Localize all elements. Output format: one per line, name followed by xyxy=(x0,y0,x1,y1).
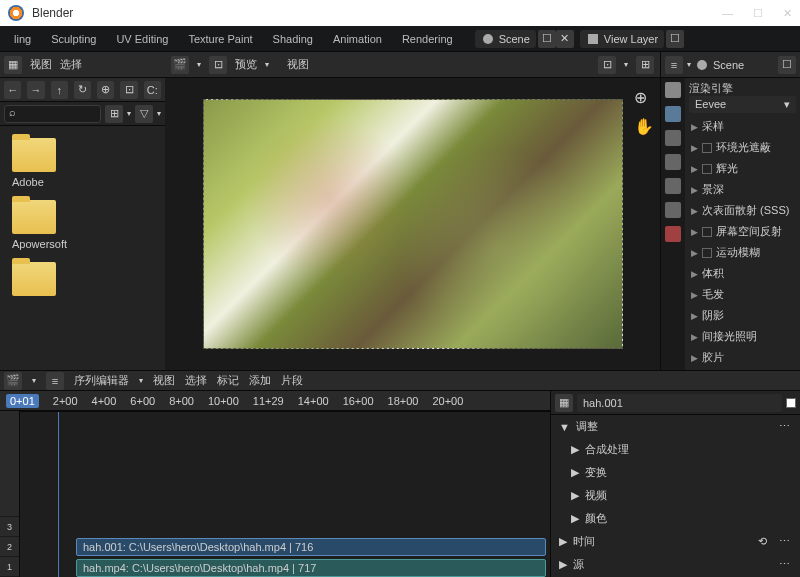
editor-type-icon[interactable]: 🎬 xyxy=(4,372,22,390)
pan-icon[interactable]: ✋ xyxy=(634,117,654,136)
prop-film[interactable]: ▶胶片 xyxy=(685,347,800,368)
tab-sculpting[interactable]: Sculpting xyxy=(41,33,106,45)
source-panel[interactable]: ▶源⋯ xyxy=(551,553,800,576)
close-button[interactable]: ✕ xyxy=(783,7,792,20)
viewlayer-selector[interactable]: View Layer xyxy=(580,30,664,48)
output-tab-icon[interactable] xyxy=(665,130,681,146)
lock-icon[interactable]: ⟲ xyxy=(758,535,767,548)
minimize-button[interactable]: — xyxy=(722,7,733,20)
render-tab-icon[interactable] xyxy=(665,106,681,122)
folder-adobe[interactable]: Adobe xyxy=(8,134,157,192)
prop-bloom[interactable]: ▶辉光 xyxy=(685,158,800,179)
tab-uv-editing[interactable]: UV Editing xyxy=(106,33,178,45)
viewlayer-new-button[interactable]: ☐ xyxy=(666,30,684,48)
outliner-icon[interactable]: ≡ xyxy=(665,56,683,74)
chevron-down-icon[interactable]: ▾ xyxy=(139,376,143,385)
playhead[interactable] xyxy=(58,412,59,577)
tab-shading[interactable]: Shading xyxy=(263,33,323,45)
adjust-panel[interactable]: ▼调整⋯ xyxy=(551,415,800,438)
view-menu[interactable]: 视图 xyxy=(30,57,52,72)
new-folder-button[interactable]: ⊕ xyxy=(97,81,114,99)
grid-view-button[interactable]: ⊞ xyxy=(105,105,123,123)
prop-dof[interactable]: ▶景深 xyxy=(685,179,800,200)
display-mode-icon[interactable]: ⊡ xyxy=(209,56,227,74)
editor-type-icon[interactable]: 🎬 xyxy=(171,56,189,74)
timeline[interactable]: 0+01 2+00 4+00 6+00 8+00 10+00 11+29 14+… xyxy=(0,391,550,577)
chevron-down-icon[interactable]: ▾ xyxy=(197,60,201,69)
prop-motion-blur[interactable]: ▶运动模糊 xyxy=(685,242,800,263)
refresh-button[interactable]: ↻ xyxy=(74,81,91,99)
seq-view-menu[interactable]: 视图 xyxy=(153,373,175,388)
prop-ao[interactable]: ▶环境光遮蔽 xyxy=(685,137,800,158)
preview-viewport[interactable]: ⊕ ✋ xyxy=(165,78,660,370)
overlay-toggle[interactable]: ⊡ xyxy=(598,56,616,74)
chevron-down-icon[interactable]: ▾ xyxy=(32,376,36,385)
filter-chevron-icon[interactable]: ▾ xyxy=(157,109,161,118)
current-frame[interactable]: 0+01 xyxy=(6,394,39,408)
video-strip-1[interactable]: hah.001: C:\Users\hero\Desktop\hah.mp4 |… xyxy=(76,538,546,556)
path-c-button[interactable]: C: xyxy=(144,81,161,99)
scene-new-button[interactable]: ☐ xyxy=(538,30,556,48)
tab-animation[interactable]: Animation xyxy=(323,33,392,45)
chevron-down-icon[interactable]: ▾ xyxy=(624,60,628,69)
checkbox[interactable] xyxy=(702,227,712,237)
viewlayer-tab-icon[interactable] xyxy=(665,154,681,170)
channel-3[interactable]: 3 xyxy=(0,517,19,537)
select-menu[interactable]: 选择 xyxy=(60,57,82,72)
folder-apowersoft[interactable]: Apowersoft xyxy=(8,196,157,254)
prop-sss[interactable]: ▶次表面散射 (SSS) xyxy=(685,200,800,221)
time-panel[interactable]: ▶时间⟲⋯ xyxy=(551,530,800,553)
strip-type-icon[interactable]: ▦ xyxy=(555,394,573,412)
texture-tab-icon[interactable] xyxy=(665,226,681,242)
prop-compositing[interactable]: ▶合成处理 xyxy=(551,438,800,461)
chevron-down-icon[interactable]: ▾ xyxy=(687,60,691,69)
sequencer-label[interactable]: 序列编辑器 xyxy=(74,373,129,388)
tracks-area[interactable]: hah.001: C:\Users\hero\Desktop\hah.mp4 |… xyxy=(20,411,550,577)
forward-button[interactable]: → xyxy=(27,81,44,99)
tab-modeling[interactable]: ling xyxy=(4,33,41,45)
panel-menu-icon[interactable]: ⋯ xyxy=(779,535,792,548)
seq-add-menu[interactable]: 添加 xyxy=(249,373,271,388)
seq-select-menu[interactable]: 选择 xyxy=(185,373,207,388)
strip-enable-checkbox[interactable] xyxy=(786,398,796,408)
back-button[interactable]: ← xyxy=(4,81,21,99)
view-menu[interactable]: 视图 xyxy=(287,57,309,72)
preview-label[interactable]: 预览 xyxy=(235,57,257,72)
tab-rendering[interactable]: Rendering xyxy=(392,33,463,45)
prop-hair[interactable]: ▶毛发 xyxy=(685,284,800,305)
channel-1[interactable]: 1 xyxy=(0,557,19,577)
scene-name[interactable]: Scene xyxy=(713,59,774,71)
checkbox[interactable] xyxy=(702,164,712,174)
tool-tab-icon[interactable] xyxy=(665,82,681,98)
filter-button[interactable]: ▽ xyxy=(135,105,153,123)
scene-selector[interactable]: Scene xyxy=(475,30,536,48)
zoom-icon[interactable]: ⊕ xyxy=(634,88,654,107)
panel-menu-icon[interactable]: ⋯ xyxy=(779,420,792,433)
channel-2[interactable]: 2 xyxy=(0,537,19,557)
prop-color[interactable]: ▶颜色 xyxy=(551,507,800,530)
maximize-button[interactable]: ☐ xyxy=(753,7,763,20)
pin-button[interactable]: ☐ xyxy=(778,56,796,74)
editor-type-icon[interactable]: ▦ xyxy=(4,56,22,74)
scene-tab-icon[interactable] xyxy=(665,178,681,194)
prop-shadow[interactable]: ▶阴影 xyxy=(685,305,800,326)
panel-menu-icon[interactable]: ⋯ xyxy=(779,558,792,571)
tab-texture-paint[interactable]: Texture Paint xyxy=(178,33,262,45)
channels-toggle[interactable]: ⊞ xyxy=(636,56,654,74)
chevron-down-icon[interactable]: ▾ xyxy=(265,60,269,69)
seq-strip-menu[interactable]: 片段 xyxy=(281,373,303,388)
strip-name-input[interactable] xyxy=(577,394,782,412)
world-tab-icon[interactable] xyxy=(665,202,681,218)
grid-chevron-icon[interactable]: ▾ xyxy=(127,109,131,118)
prop-indirect[interactable]: ▶间接光照明 xyxy=(685,326,800,347)
seq-marker-menu[interactable]: 标记 xyxy=(217,373,239,388)
prop-video[interactable]: ▶视频 xyxy=(551,484,800,507)
prop-sampling[interactable]: ▶采样 xyxy=(685,116,800,137)
time-ruler[interactable]: 0+01 2+00 4+00 6+00 8+00 10+00 11+29 14+… xyxy=(0,391,550,411)
prop-volume[interactable]: ▶体积 xyxy=(685,263,800,284)
prop-transform[interactable]: ▶变换 xyxy=(551,461,800,484)
scene-remove-button[interactable]: ✕ xyxy=(556,30,574,48)
search-input[interactable]: ⌕ xyxy=(4,105,101,123)
display-button[interactable]: ⊡ xyxy=(120,81,137,99)
engine-select[interactable]: Eevee▾ xyxy=(689,96,796,113)
